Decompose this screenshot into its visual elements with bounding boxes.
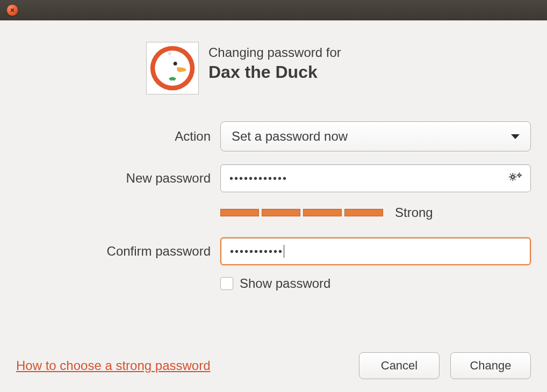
password-strength-label: Strong: [395, 205, 433, 220]
generate-password-button[interactable]: [509, 172, 523, 185]
confirm-password-row: Confirm password •••••••••••: [16, 237, 531, 265]
action-dropdown-value: Set a password now: [232, 129, 348, 144]
action-label: Action: [16, 129, 220, 144]
svg-rect-14: [510, 179, 512, 180]
strength-segment: [220, 209, 259, 216]
gears-icon: [509, 172, 523, 182]
close-icon: [10, 8, 15, 13]
svg-rect-20: [521, 175, 522, 176]
new-password-input[interactable]: ••••••••••••: [220, 164, 531, 192]
password-strength-row: Strong: [16, 205, 531, 220]
confirm-password-value: •••••••••••: [230, 245, 283, 258]
strength-segment: [262, 209, 300, 216]
chevron-down-icon: [511, 134, 520, 139]
password-strength-meter: [220, 209, 383, 216]
svg-rect-18: [519, 177, 520, 178]
show-password-label: Show password: [240, 276, 330, 291]
svg-rect-11: [510, 173, 512, 175]
button-group: Cancel Change: [359, 352, 531, 379]
svg-rect-13: [514, 173, 516, 175]
header-username: Dax the Duck: [208, 62, 341, 82]
svg-rect-7: [513, 173, 514, 175]
strength-segment: [344, 209, 383, 216]
show-password-checkbox[interactable]: [220, 277, 233, 290]
svg-point-21: [519, 175, 520, 176]
user-avatar: [146, 42, 199, 95]
svg-rect-8: [513, 179, 514, 181]
dialog-header: Changing password for Dax the Duck: [16, 42, 531, 95]
svg-point-15: [512, 176, 514, 178]
window-close-button[interactable]: [6, 4, 18, 16]
cancel-button[interactable]: Cancel: [359, 352, 440, 379]
help-link[interactable]: How to choose a strong password: [16, 358, 211, 373]
strength-segment: [303, 209, 342, 216]
window-titlebar: [0, 0, 547, 20]
change-button[interactable]: Change: [450, 352, 531, 379]
text-caret: [284, 245, 284, 258]
svg-rect-19: [517, 175, 518, 176]
confirm-password-label: Confirm password: [16, 244, 220, 259]
show-password-row: Show password: [16, 276, 531, 291]
new-password-value: ••••••••••••: [229, 172, 287, 185]
svg-rect-9: [509, 177, 510, 178]
header-subtitle: Changing password for: [208, 45, 341, 60]
dialog-content: Changing password for Dax the Duck Actio…: [0, 20, 547, 392]
dialog-footer: How to choose a strong password Cancel C…: [16, 347, 531, 379]
action-row: Action Set a password now: [16, 121, 531, 151]
header-text-block: Changing password for Dax the Duck: [208, 42, 341, 82]
new-password-row: New password ••••••••••••: [16, 164, 531, 192]
svg-rect-17: [519, 172, 520, 173]
action-dropdown[interactable]: Set a password now: [220, 121, 531, 151]
duck-avatar-icon: [149, 45, 196, 91]
svg-rect-10: [515, 177, 516, 178]
new-password-label: New password: [16, 171, 220, 186]
svg-point-5: [174, 62, 177, 66]
confirm-password-input[interactable]: •••••••••••: [220, 237, 531, 265]
svg-rect-12: [514, 179, 516, 180]
